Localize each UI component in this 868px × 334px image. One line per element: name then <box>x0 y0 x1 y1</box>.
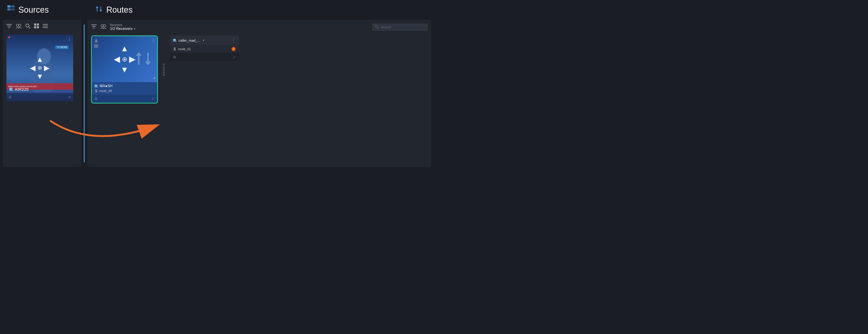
receiver2-name-row: caller_mad_... ▾ <box>173 38 204 42</box>
receiver2-menu[interactable]: ⋮ <box>231 38 236 43</box>
receiver2-route-row: route_01 1 <box>170 45 239 53</box>
svg-rect-0 <box>7 5 10 8</box>
chevron-down-icon: ▾ <box>134 27 135 30</box>
receiver-card-marsh[interactable]: ▲ ◀ ⊕ ▶ ▼ ↖ ⋮ <box>91 35 158 103</box>
search-icon[interactable] <box>25 24 30 30</box>
receiver2-header: caller_mad_... ▾ ⋮ <box>170 35 239 45</box>
receiver1-card-bottom: ⏻ ⤢ <box>92 95 157 103</box>
svg-line-26 <box>378 28 379 29</box>
filter-icon[interactable] <box>6 24 12 30</box>
receiver-card-body: ▲ ◀ ⊕ ▶ ▼ ↖ ⋮ <box>92 36 157 82</box>
source-card-name: AIR220 <box>15 87 29 92</box>
list-view-icon[interactable] <box>43 24 48 30</box>
svg-point-34 <box>96 90 97 90</box>
receiver1-name-row: MA●SH <box>95 84 154 88</box>
source-card-bottom: ⏻ ⤢ <box>6 93 73 101</box>
svg-rect-32 <box>95 87 98 88</box>
route-badge: 1 <box>231 47 236 51</box>
panel-divider <box>84 24 85 162</box>
sources-header: Sources <box>7 5 49 15</box>
sources-panel: BREAKING NEWS INVOLVED TV NEWS ▲ ◀ ⊕ ▶ ▼… <box>3 20 81 167</box>
grid-view-icon[interactable] <box>34 24 39 30</box>
main-content: BREAKING NEWS INVOLVED TV NEWS ▲ ◀ ⊕ ▶ ▼… <box>0 20 434 167</box>
receiver1-chevron[interactable]: ▾ <box>154 76 155 80</box>
search-placeholder: Search <box>381 25 391 29</box>
svg-point-8 <box>19 24 21 27</box>
svg-point-33 <box>95 91 96 92</box>
sources-icon <box>7 5 15 15</box>
receivers-grid: ▲ ◀ ⊕ ▶ ▼ ↖ ⋮ <box>91 35 428 103</box>
group-icon[interactable] <box>16 24 22 30</box>
receivers-toolbar: Receivers 1/2 Receivers ▾ Search <box>91 24 428 31</box>
madrid-label: MADRID <box>161 63 166 76</box>
source-label-icon <box>9 87 13 92</box>
cursor-icon: ↖ <box>117 57 121 63</box>
source-card-label: AIR220 <box>9 87 29 92</box>
receiver2-name: caller_mad_... <box>179 38 200 42</box>
routes-icon <box>95 5 103 15</box>
receiver2-route: route_01 <box>178 47 191 51</box>
svg-rect-2 <box>11 5 15 8</box>
receiver2-power[interactable]: ⏻ <box>173 56 176 59</box>
svg-point-23 <box>101 25 103 27</box>
svg-point-37 <box>174 49 175 51</box>
receiver1-route: route_00 <box>99 89 112 93</box>
receiver1-expand[interactable]: ⤢ <box>152 97 154 101</box>
news-badge: TV NEWS <box>55 45 69 49</box>
source-card-air220[interactable]: BREAKING NEWS INVOLVED TV NEWS ▲ ◀ ⊕ ▶ ▼… <box>6 34 73 101</box>
source-card-menu[interactable]: ⋮ <box>67 36 71 41</box>
receivers-dropdown[interactable]: Receivers 1/2 Receivers ▾ <box>110 24 135 31</box>
receivers-search-box[interactable]: Search <box>372 24 428 31</box>
receiver2-expand[interactable]: ⤢ <box>233 55 236 59</box>
sources-title: Sources <box>19 5 49 15</box>
receivers-group-icon[interactable] <box>100 24 106 30</box>
svg-point-24 <box>103 25 105 27</box>
status-dot <box>8 36 10 38</box>
receiver1-info: MA●SH route_00 <box>92 82 157 95</box>
receiver1-side-icons <box>94 38 98 47</box>
svg-rect-11 <box>34 24 36 26</box>
svg-line-10 <box>29 27 30 28</box>
svg-rect-14 <box>37 26 39 28</box>
sources-toolbar <box>6 24 77 30</box>
routes-header: Routes <box>95 5 132 15</box>
receiver-card-caller[interactable]: caller_mad_... ▾ ⋮ route_01 1 ⏻ <box>170 35 239 103</box>
routes-title: Routes <box>106 5 132 15</box>
svg-rect-1 <box>7 8 10 10</box>
header: Sources Routes <box>0 0 434 20</box>
svg-rect-19 <box>9 90 13 91</box>
svg-rect-3 <box>11 8 15 10</box>
svg-rect-31 <box>95 85 97 87</box>
svg-rect-13 <box>34 26 36 28</box>
svg-point-7 <box>16 24 19 27</box>
expand-icon[interactable]: ⤢ <box>68 95 71 99</box>
svg-rect-35 <box>173 39 176 41</box>
receiver2-bottom: ⏻ ⤢ <box>170 53 239 61</box>
receiver1-route-row: route_00 <box>95 89 154 93</box>
receivers-count: 1/2 Receivers <box>110 27 132 31</box>
receiver1-name: MA●SH <box>100 84 113 88</box>
svg-point-38 <box>175 47 176 48</box>
receiver1-power[interactable]: ⏻ <box>95 97 97 100</box>
receivers-dropdown-value[interactable]: 1/2 Receivers ▾ <box>110 27 135 31</box>
svg-rect-18 <box>9 88 12 90</box>
receivers-panel: Receivers 1/2 Receivers ▾ Search <box>88 20 431 167</box>
receivers-filter-icon[interactable] <box>91 24 97 30</box>
receiver2-chevron[interactable]: ▾ <box>203 39 204 42</box>
svg-rect-12 <box>37 24 39 26</box>
svg-rect-36 <box>173 41 177 42</box>
power-icon[interactable]: ⏻ <box>9 96 11 98</box>
receiver1-menu[interactable]: ⋮ <box>151 38 155 43</box>
receivers-dropdown-label: Receivers <box>110 24 135 27</box>
